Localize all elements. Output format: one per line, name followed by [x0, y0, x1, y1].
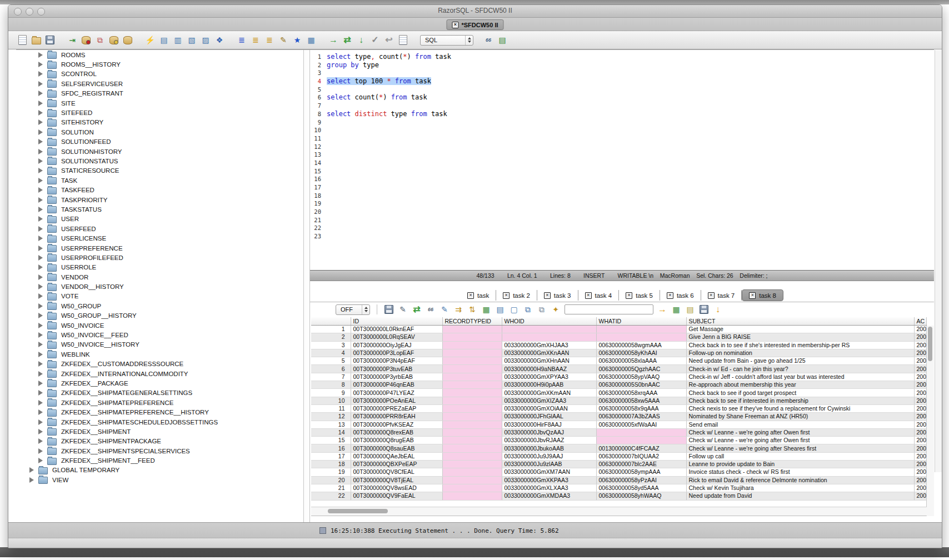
table-row[interactable]: 600T3000000P3tuvEAB0033000000H9aNBAAZ006… [311, 365, 927, 373]
results-tab[interactable]: ×task 7 [701, 290, 742, 301]
expand-arrow-icon[interactable] [38, 352, 43, 357]
execute-refresh-icon[interactable]: ⇄ [342, 35, 352, 45]
tree-item[interactable]: SOLUTIONFEED [16, 137, 303, 147]
new-file-icon[interactable] [17, 35, 27, 45]
expand-arrow-icon[interactable] [38, 332, 43, 338]
column-header-rownum[interactable] [311, 317, 351, 326]
table-tree[interactable]: ROOMSROOMS__HISTORYSCONTROLSELFSERVICEUS… [16, 50, 303, 522]
database-icon[interactable] [123, 35, 133, 45]
tree-item[interactable]: ZKFEDEX__SHIPMENT__FEED [16, 456, 303, 465]
expand-arrow-icon[interactable] [38, 110, 43, 116]
table-row[interactable]: 1300T3000000PfvKSEAZ0033000000HirF8AAJ00… [311, 421, 927, 428]
table-row[interactable]: 1100T3000000PREZaEAP0033000000GmXOiAAN00… [311, 404, 927, 412]
scrollbar-thumb[interactable] [928, 327, 932, 361]
expand-arrow-icon[interactable] [38, 361, 43, 367]
expand-arrow-icon[interactable] [38, 342, 43, 347]
close-tab-icon[interactable]: × [667, 292, 673, 299]
table-info-icon[interactable]: ▤ [159, 35, 169, 45]
tree-item[interactable]: ZKFEDEX__SHIPMATEPREFERENCE [16, 398, 303, 407]
tree-item[interactable]: VENDOR__HISTORY [16, 282, 303, 291]
log-icon[interactable] [398, 35, 408, 45]
expand-arrow-icon[interactable] [38, 52, 43, 58]
results-search-input[interactable] [565, 304, 653, 314]
column-header-RECORDTYPEID[interactable]: RECORDTYPEID [442, 317, 502, 326]
go-icon[interactable]: → [657, 304, 667, 314]
table-row[interactable]: 500T3000000P3N4pEAF0033000000GmXHnAAN006… [311, 357, 927, 365]
tree-item[interactable]: SOLUTIONSTATUS [16, 156, 303, 166]
tree-item[interactable]: USERLICENSE [16, 233, 303, 243]
expand-arrow-icon[interactable] [29, 467, 34, 473]
select-columns-icon[interactable]: ▤ [495, 304, 505, 314]
results-tab[interactable]: ×task 8 [742, 289, 783, 301]
expand-arrow-icon[interactable] [38, 139, 43, 144]
table-row[interactable]: 300T3000000OiyJgEAJ0033000000GmXHJAA3006… [311, 341, 927, 349]
table-row[interactable]: 900T3000000P47LYEAZ0033000000GmXKmAAN006… [311, 389, 927, 397]
expand-arrow-icon[interactable] [38, 91, 43, 96]
table-row[interactable]: 2200T3000000QV9FaEAL0033000000GmXMDAA300… [311, 492, 927, 500]
tree-item[interactable]: SFDC_REGISTRANT [16, 89, 303, 98]
favorite-table-icon[interactable]: ▦ [306, 35, 316, 45]
close-tab-icon[interactable]: × [503, 292, 510, 299]
copy-icon[interactable]: ⧉ [523, 304, 533, 314]
tree-item[interactable]: ZKFEDEX__SHIPMATEPREFERENCE__HISTORY [16, 407, 303, 417]
expand-arrow-icon[interactable] [38, 274, 43, 280]
expand-arrow-icon[interactable] [38, 81, 43, 87]
edit-connection-icon[interactable] [109, 35, 119, 45]
tree-item[interactable]: W50_INVOICE [16, 321, 303, 330]
refresh-table-icon[interactable]: ▧ [187, 35, 197, 45]
expand-arrow-icon[interactable] [38, 187, 43, 193]
expand-arrow-icon[interactable] [38, 419, 43, 425]
table-row[interactable]: 800T3000000P46qnEAB0033000000H9i0pAAB006… [311, 381, 927, 389]
tree-item[interactable]: SCONTROL [16, 69, 303, 79]
expand-arrow-icon[interactable] [38, 119, 43, 125]
messages-icon[interactable]: ▤ [497, 35, 507, 45]
results-tab[interactable]: ×task 6 [660, 290, 701, 301]
find-replace-icon[interactable]: 66 [483, 35, 493, 45]
tree-item[interactable]: USERROLE [16, 263, 303, 272]
tree-item[interactable]: TASKSTATUS [16, 204, 303, 214]
save-results-icon[interactable] [384, 304, 394, 314]
edit-mode-icon[interactable]: ✎ [398, 304, 408, 314]
table-row[interactable]: 100T3000000L0RknEAFGet Massage200( [311, 326, 927, 333]
table-row[interactable]: 400T3000000P3LopEAF0033000000GmXKnAAN006… [311, 349, 927, 357]
document-tab[interactable]: × *SFDCW50 II [446, 19, 503, 30]
schema-browser-icon[interactable]: ❖ [214, 35, 224, 45]
grid-horizontal-scrollbar[interactable] [311, 507, 927, 516]
expand-arrow-icon[interactable] [38, 216, 43, 222]
expand-arrow-icon[interactable] [38, 371, 43, 377]
edit-sql-icon[interactable]: ✎ [278, 35, 288, 45]
sql-mode-select[interactable]: SQL [420, 35, 473, 46]
expand-arrow-icon[interactable] [38, 293, 43, 299]
tree-item[interactable]: TASKFEED [16, 185, 303, 194]
rollback-icon[interactable]: ↩ [384, 35, 394, 45]
search-table-icon[interactable]: ▥ [173, 35, 183, 45]
table-row[interactable]: 1200T3000000PRR8rEAH0033000000JFhGlAAL00… [311, 413, 927, 421]
results-tab[interactable]: ×task 3 [537, 290, 578, 301]
table-row[interactable]: 2100T3000000QV8wsEAD0033000000GmXLXAA300… [311, 484, 927, 492]
expand-arrow-icon[interactable] [38, 71, 43, 77]
tree-item[interactable]: W50_INVOICE__HISTORY [16, 340, 303, 349]
expand-arrow-icon[interactable] [38, 313, 43, 318]
refresh-results-icon[interactable]: ⇄ [412, 304, 422, 314]
tree-item[interactable]: USERFEED [16, 224, 303, 233]
editor-scrollbar-rail[interactable] [935, 50, 942, 472]
fetch-icon[interactable]: ↓ [356, 35, 366, 45]
tree-item[interactable]: ZKFEDEX__SHIPMATEGENERALSETTINGS [16, 388, 303, 398]
commit-icon[interactable]: ✓ [370, 35, 380, 45]
expand-arrow-icon[interactable] [38, 246, 43, 251]
copy-table-icon[interactable]: ⧉ [537, 304, 547, 314]
table-row[interactable]: 1600T3000000Q8sauEAB0033000000JbukoAAB00… [311, 444, 927, 452]
tree-item[interactable]: ZKFEDEX__INTERNATIONALCOMMODITY [16, 369, 303, 378]
expand-arrow-icon[interactable] [38, 255, 43, 261]
close-tab-icon[interactable]: × [585, 292, 592, 299]
table-row[interactable]: 1400T3000000Q8rexEAB0033000000JbvQzAAJCh… [311, 428, 927, 436]
expand-arrow-icon[interactable] [38, 409, 43, 415]
execute-icon[interactable]: → [328, 35, 338, 45]
tree-item[interactable]: W50_INVOICE__FEED [16, 330, 303, 339]
close-tab-icon[interactable]: × [544, 292, 551, 299]
column-header-WHOID[interactable]: WHOID [502, 317, 596, 326]
execute-lightning-icon[interactable]: ⚡ [145, 35, 155, 45]
table-row[interactable]: 1500T3000000Q8rugEAB0033000000JbvRJAAZCh… [311, 437, 927, 444]
tree-item[interactable]: TASK [16, 176, 303, 185]
expand-arrow-icon[interactable] [38, 264, 43, 270]
